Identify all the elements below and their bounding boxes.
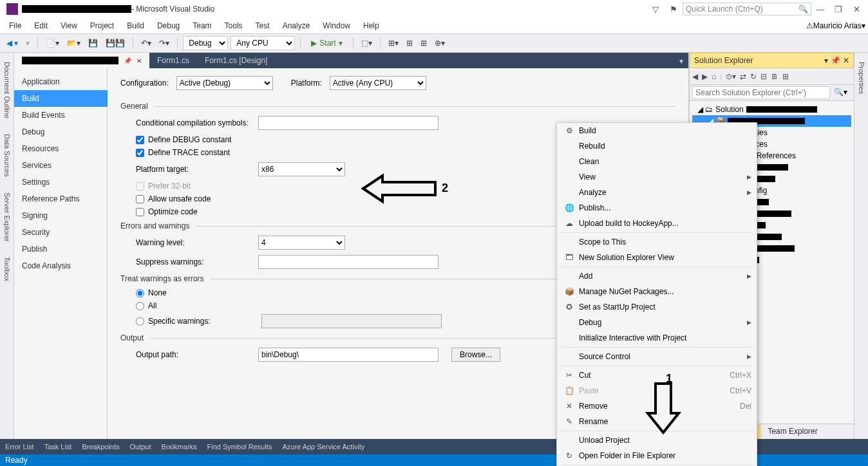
- ctx-add[interactable]: Add▶: [557, 268, 757, 284]
- nav-code-analysis[interactable]: Code Analysis: [14, 257, 107, 274]
- nav-build-events[interactable]: Build Events: [14, 107, 107, 124]
- minimize-button[interactable]: —: [811, 5, 829, 14]
- nav-settings[interactable]: Settings: [14, 174, 107, 191]
- ctx-publish-[interactable]: 🌐Publish...: [557, 200, 757, 216]
- menu-team[interactable]: Team: [186, 19, 218, 32]
- optimize-checkbox[interactable]: [136, 208, 144, 216]
- ctx-analyze[interactable]: Analyze▶: [557, 185, 757, 200]
- define-debug-checkbox[interactable]: [136, 136, 144, 144]
- rail-document-outline[interactable]: Document Outline: [2, 58, 12, 122]
- redo-button[interactable]: ↷▾: [156, 37, 172, 49]
- ctx-rename[interactable]: ✎Rename: [557, 414, 757, 429]
- ctx-unload-project[interactable]: Unload Project: [557, 433, 757, 448]
- browse-button[interactable]: Browse...: [451, 348, 500, 362]
- sol-fwd-icon[interactable]: ▶: [702, 72, 708, 81]
- ctx-source-control[interactable]: Source Control▶: [557, 349, 757, 364]
- menu-edit[interactable]: Edit: [28, 19, 54, 32]
- btab-task-list[interactable]: Task List: [44, 443, 72, 451]
- btab-azure[interactable]: Azure App Service Activity: [282, 443, 364, 451]
- panel-close-icon[interactable]: ✕: [843, 56, 849, 65]
- ctx-cut[interactable]: ✂CutCtrl+X: [557, 368, 757, 383]
- nav-services[interactable]: Services: [14, 157, 107, 174]
- user-dropdown-icon[interactable]: ▾: [862, 21, 865, 30]
- allow-unsafe-checkbox[interactable]: [136, 195, 144, 203]
- toolbar-misc-4[interactable]: ⊞: [418, 37, 429, 49]
- sol-scope-icon[interactable]: ⊙▾: [726, 72, 736, 81]
- sol-back-icon[interactable]: ◀: [692, 72, 698, 81]
- save-all-button[interactable]: 💾💾: [103, 37, 127, 49]
- ctx-debug[interactable]: Debug▶: [557, 315, 757, 330]
- btab-bookmarks[interactable]: Bookmarks: [162, 443, 197, 451]
- search-icon[interactable]: 🔍▾: [830, 86, 851, 99]
- ctx-build[interactable]: ⚙Build: [557, 123, 757, 138]
- nav-publish[interactable]: Publish: [14, 241, 107, 257]
- tab-project-properties[interactable]: 📌✕: [14, 53, 149, 68]
- ctx-remove[interactable]: ✕RemoveDel: [557, 398, 757, 414]
- rail-properties[interactable]: Properties: [856, 58, 867, 98]
- rail-server-explorer[interactable]: Server Explorer: [2, 189, 12, 245]
- tab-team-explorer[interactable]: Team Explorer: [761, 424, 824, 439]
- ctx-upload-build-to-hockeyapp-[interactable]: ☁Upload build to HockeyApp...: [557, 216, 757, 231]
- save-button[interactable]: 💾: [86, 37, 100, 49]
- panel-pin-icon[interactable]: 📌: [831, 56, 840, 65]
- cond-symbols-input[interactable]: [258, 116, 439, 130]
- filter-icon[interactable]: ▽: [646, 5, 665, 14]
- sol-refresh-icon[interactable]: ↻: [750, 72, 757, 81]
- warning-level-select[interactable]: 4: [258, 236, 345, 250]
- solution-node[interactable]: ◢ 🗂 Solution: [692, 104, 851, 115]
- menu-tools[interactable]: Tools: [218, 19, 249, 32]
- ctx-open-folder-in-file-explorer[interactable]: ↻Open Folder in File Explorer: [557, 448, 757, 463]
- close-button[interactable]: ✕: [847, 5, 865, 14]
- menu-project[interactable]: Project: [84, 19, 120, 32]
- ctx-set-as-startup-project[interactable]: ✪Set as StartUp Project: [557, 299, 757, 315]
- configuration-dropdown[interactable]: Active (Debug): [176, 76, 273, 90]
- toolbar-misc-3[interactable]: ⊞: [404, 37, 415, 49]
- ctx-manage-nuget-packages-[interactable]: 📦Manage NuGet Packages...: [557, 284, 757, 299]
- nav-backward-button[interactable]: ◀ ▾: [4, 37, 21, 49]
- nav-build[interactable]: Build: [14, 90, 107, 107]
- menu-view[interactable]: View: [54, 19, 84, 32]
- sol-sync-icon[interactable]: ⇄: [740, 72, 746, 81]
- close-tab-icon[interactable]: ✕: [137, 57, 142, 64]
- open-file-button[interactable]: 📂▾: [64, 37, 83, 49]
- treat-all-radio[interactable]: [136, 302, 144, 310]
- menu-test[interactable]: Test: [249, 19, 276, 32]
- ctx-clean[interactable]: Clean: [557, 154, 757, 169]
- treat-none-radio[interactable]: [136, 289, 144, 297]
- treat-specific-radio[interactable]: [136, 317, 144, 326]
- nav-forward-button[interactable]: ▾: [23, 37, 32, 49]
- menu-debug[interactable]: Debug: [151, 19, 186, 32]
- sol-home-icon[interactable]: ⌂: [712, 72, 716, 81]
- btab-find-symbol[interactable]: Find Symbol Results: [207, 443, 272, 451]
- menu-file[interactable]: File: [3, 19, 28, 32]
- toolbar-misc-2[interactable]: ⊞▾: [386, 37, 401, 49]
- ctx-view[interactable]: View▶: [557, 169, 757, 185]
- solution-search-input[interactable]: [692, 86, 830, 99]
- output-path-input[interactable]: [258, 348, 439, 362]
- define-trace-checkbox[interactable]: [136, 149, 144, 157]
- toolbar-misc-1[interactable]: ⬚▾: [359, 37, 375, 49]
- undo-button[interactable]: ↶▾: [138, 37, 154, 49]
- btab-breakpoints[interactable]: Breakpoints: [82, 443, 119, 451]
- quick-launch-input[interactable]: Quick Launch (Ctrl+Q) 🔍: [683, 3, 811, 15]
- suppress-warnings-input[interactable]: [258, 255, 439, 269]
- nav-application[interactable]: Application: [14, 73, 107, 90]
- toolbar-misc-5[interactable]: ⊕▾: [432, 37, 448, 49]
- rail-data-sources[interactable]: Data Sources: [2, 130, 12, 181]
- nav-security[interactable]: Security: [14, 224, 107, 241]
- pin-icon[interactable]: 📌: [124, 57, 131, 64]
- rail-toolbox[interactable]: Toolbox: [2, 253, 12, 285]
- ctx-initialize-interactive-with-project[interactable]: Initialize Interactive with Project: [557, 330, 757, 346]
- menu-window[interactable]: Window: [316, 19, 357, 32]
- panel-dropdown-icon[interactable]: ▾: [824, 56, 828, 65]
- ctx-new-solution-explorer-view[interactable]: 🗔New Solution Explorer View: [557, 250, 757, 265]
- nav-signing[interactable]: Signing: [14, 207, 107, 224]
- platform-target-select[interactable]: x86: [258, 162, 345, 176]
- platform-select[interactable]: Any CPU: [231, 36, 295, 50]
- doc-tabs-overflow[interactable]: ▾: [674, 54, 688, 68]
- sol-collapse-icon[interactable]: ⊟: [760, 72, 767, 81]
- configuration-select[interactable]: Debug: [183, 36, 228, 50]
- nav-resources[interactable]: Resources: [14, 140, 107, 157]
- ctx-rebuild[interactable]: Rebuild: [557, 138, 757, 154]
- sol-showfiles-icon[interactable]: 🗎: [771, 72, 778, 81]
